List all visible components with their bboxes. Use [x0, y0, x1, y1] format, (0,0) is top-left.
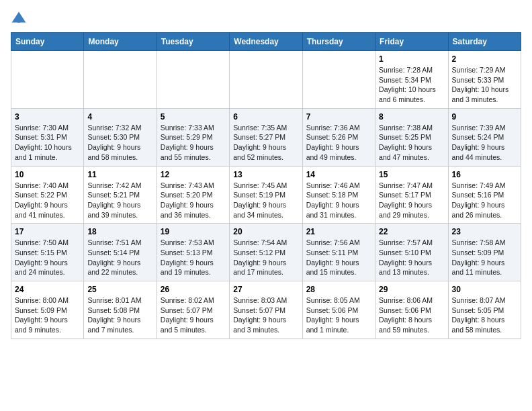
cell-text: Sunrise: 7:46 AM Sunset: 5:18 PM Dayligh… — [306, 181, 371, 220]
cell-text: Sunrise: 7:50 AM Sunset: 5:15 PM Dayligh… — [15, 238, 80, 277]
cell-text: Sunrise: 8:03 AM Sunset: 5:07 PM Dayligh… — [233, 295, 298, 335]
calendar-cell: 17Sunrise: 7:50 AM Sunset: 5:15 PM Dayli… — [11, 224, 84, 281]
calendar-cell: 30Sunrise: 8:07 AM Sunset: 5:05 PM Dayli… — [448, 281, 521, 339]
cell-text: Sunrise: 8:00 AM Sunset: 5:09 PM Dayligh… — [15, 295, 80, 335]
cell-text: Sunrise: 7:30 AM Sunset: 5:31 PM Dayligh… — [15, 123, 80, 163]
cell-text: Sunrise: 8:05 AM Sunset: 5:06 PM Dayligh… — [306, 295, 371, 335]
calendar-cell: 6Sunrise: 7:35 AM Sunset: 5:27 PM Daylig… — [230, 108, 302, 166]
day-number: 8 — [379, 112, 444, 122]
day-number: 1 — [379, 54, 444, 64]
cell-text: Sunrise: 7:36 AM Sunset: 5:26 PM Dayligh… — [306, 123, 371, 163]
day-number: 2 — [452, 54, 517, 64]
cell-text: Sunrise: 8:02 AM Sunset: 5:07 PM Dayligh… — [161, 295, 226, 335]
day-number: 11 — [87, 170, 152, 179]
column-header-tuesday: Tuesday — [157, 33, 229, 51]
cell-text: Sunrise: 7:35 AM Sunset: 5:27 PM Dayligh… — [233, 123, 298, 163]
calendar-cell — [302, 51, 375, 109]
calendar-cell: 15Sunrise: 7:47 AM Sunset: 5:17 PM Dayli… — [375, 166, 448, 224]
calendar-cell: 29Sunrise: 8:06 AM Sunset: 5:06 PM Dayli… — [375, 281, 448, 339]
calendar-cell: 20Sunrise: 7:54 AM Sunset: 5:12 PM Dayli… — [230, 224, 302, 281]
calendar-cell: 8Sunrise: 7:38 AM Sunset: 5:25 PM Daylig… — [375, 108, 448, 166]
column-header-wednesday: Wednesday — [230, 33, 302, 51]
day-number: 25 — [87, 285, 152, 294]
calendar-cell: 19Sunrise: 7:53 AM Sunset: 5:13 PM Dayli… — [157, 224, 229, 281]
day-number: 12 — [161, 170, 226, 179]
cell-text: Sunrise: 7:39 AM Sunset: 5:24 PM Dayligh… — [452, 123, 517, 163]
cell-text: Sunrise: 8:07 AM Sunset: 5:05 PM Dayligh… — [452, 295, 517, 335]
calendar-cell: 2Sunrise: 7:29 AM Sunset: 5:33 PM Daylig… — [448, 51, 521, 109]
week-row-4: 17Sunrise: 7:50 AM Sunset: 5:15 PM Dayli… — [11, 224, 521, 281]
day-number: 6 — [233, 112, 298, 122]
day-number: 22 — [379, 227, 444, 236]
cell-text: Sunrise: 7:38 AM Sunset: 5:25 PM Dayligh… — [379, 123, 444, 163]
cell-text: Sunrise: 7:54 AM Sunset: 5:12 PM Dayligh… — [233, 238, 298, 277]
cell-text: Sunrise: 7:49 AM Sunset: 5:16 PM Dayligh… — [452, 181, 517, 220]
calendar-cell: 7Sunrise: 7:36 AM Sunset: 5:26 PM Daylig… — [302, 108, 375, 166]
calendar-cell: 12Sunrise: 7:43 AM Sunset: 5:20 PM Dayli… — [157, 166, 229, 224]
day-number: 15 — [379, 170, 444, 179]
calendar-cell: 24Sunrise: 8:00 AM Sunset: 5:09 PM Dayli… — [11, 281, 84, 339]
day-number: 28 — [306, 285, 371, 294]
cell-text: Sunrise: 7:43 AM Sunset: 5:20 PM Dayligh… — [161, 181, 226, 220]
day-number: 24 — [15, 285, 80, 294]
calendar-cell: 16Sunrise: 7:49 AM Sunset: 5:16 PM Dayli… — [448, 166, 521, 224]
day-number: 29 — [379, 285, 444, 294]
week-row-2: 3Sunrise: 7:30 AM Sunset: 5:31 PM Daylig… — [11, 108, 521, 166]
cell-text: Sunrise: 7:42 AM Sunset: 5:21 PM Dayligh… — [87, 181, 152, 220]
cell-text: Sunrise: 7:51 AM Sunset: 5:14 PM Dayligh… — [87, 238, 152, 277]
calendar-cell: 27Sunrise: 8:03 AM Sunset: 5:07 PM Dayli… — [230, 281, 302, 339]
calendar-cell — [157, 51, 229, 109]
day-number: 17 — [15, 227, 80, 236]
day-number: 19 — [161, 227, 226, 236]
cell-text: Sunrise: 7:53 AM Sunset: 5:13 PM Dayligh… — [161, 238, 226, 277]
calendar-cell: 21Sunrise: 7:56 AM Sunset: 5:11 PM Dayli… — [302, 224, 375, 281]
svg-rect-1 — [17, 19, 21, 23]
calendar-cell: 23Sunrise: 7:58 AM Sunset: 5:09 PM Dayli… — [448, 224, 521, 281]
day-number: 13 — [233, 170, 298, 179]
calendar-cell: 1Sunrise: 7:28 AM Sunset: 5:34 PM Daylig… — [375, 51, 448, 109]
column-header-thursday: Thursday — [302, 33, 375, 51]
calendar-cell: 22Sunrise: 7:57 AM Sunset: 5:10 PM Dayli… — [375, 224, 448, 281]
day-number: 16 — [452, 170, 517, 179]
calendar-cell: 9Sunrise: 7:39 AM Sunset: 5:24 PM Daylig… — [448, 108, 521, 166]
cell-text: Sunrise: 8:06 AM Sunset: 5:06 PM Dayligh… — [379, 295, 444, 335]
calendar-cell — [84, 51, 157, 109]
calendar-cell: 14Sunrise: 7:46 AM Sunset: 5:18 PM Dayli… — [302, 166, 375, 224]
day-number: 3 — [15, 112, 80, 122]
calendar-cell: 5Sunrise: 7:33 AM Sunset: 5:29 PM Daylig… — [157, 108, 229, 166]
cell-text: Sunrise: 7:32 AM Sunset: 5:30 PM Dayligh… — [87, 123, 152, 163]
cell-text: Sunrise: 7:40 AM Sunset: 5:22 PM Dayligh… — [15, 181, 80, 220]
calendar-cell: 28Sunrise: 8:05 AM Sunset: 5:06 PM Dayli… — [302, 281, 375, 339]
day-number: 4 — [87, 112, 152, 122]
day-number: 26 — [161, 285, 226, 294]
calendar-cell: 13Sunrise: 7:45 AM Sunset: 5:19 PM Dayli… — [230, 166, 302, 224]
column-header-saturday: Saturday — [448, 33, 521, 51]
day-number: 10 — [15, 170, 80, 179]
calendar-cell: 4Sunrise: 7:32 AM Sunset: 5:30 PM Daylig… — [84, 108, 157, 166]
calendar-cell: 26Sunrise: 8:02 AM Sunset: 5:07 PM Dayli… — [157, 281, 229, 339]
day-number: 21 — [306, 227, 371, 236]
calendar-cell — [230, 51, 302, 109]
cell-text: Sunrise: 7:45 AM Sunset: 5:19 PM Dayligh… — [233, 181, 298, 220]
day-number: 14 — [306, 170, 371, 179]
week-row-3: 10Sunrise: 7:40 AM Sunset: 5:22 PM Dayli… — [11, 166, 521, 224]
day-number: 7 — [306, 112, 371, 122]
day-number: 30 — [452, 285, 517, 294]
calendar-table: SundayMondayTuesdayWednesdayThursdayFrid… — [11, 32, 521, 339]
day-number: 23 — [452, 227, 517, 236]
logo — [11, 11, 30, 27]
logo-icon — [11, 11, 27, 27]
header — [11, 11, 521, 27]
calendar-cell: 3Sunrise: 7:30 AM Sunset: 5:31 PM Daylig… — [11, 108, 84, 166]
cell-text: Sunrise: 7:33 AM Sunset: 5:29 PM Dayligh… — [161, 123, 226, 163]
column-header-sunday: Sunday — [11, 33, 84, 51]
cell-text: Sunrise: 7:28 AM Sunset: 5:34 PM Dayligh… — [379, 65, 444, 105]
day-number: 20 — [233, 227, 298, 236]
calendar-cell: 25Sunrise: 8:01 AM Sunset: 5:08 PM Dayli… — [84, 281, 157, 339]
calendar-cell — [11, 51, 84, 109]
calendar-cell: 18Sunrise: 7:51 AM Sunset: 5:14 PM Dayli… — [84, 224, 157, 281]
day-number: 5 — [161, 112, 226, 122]
calendar-cell: 11Sunrise: 7:42 AM Sunset: 5:21 PM Dayli… — [84, 166, 157, 224]
cell-text: Sunrise: 7:57 AM Sunset: 5:10 PM Dayligh… — [379, 238, 444, 277]
cell-text: Sunrise: 7:56 AM Sunset: 5:11 PM Dayligh… — [306, 238, 371, 277]
